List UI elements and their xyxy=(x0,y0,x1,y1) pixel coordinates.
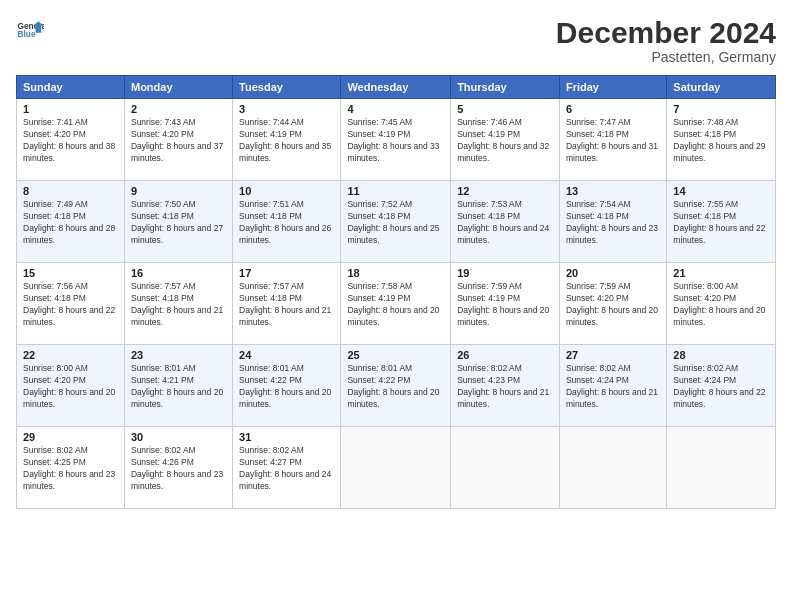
day-number: 26 xyxy=(457,349,553,361)
day-info: Sunrise: 7:59 AM Sunset: 4:20 PM Dayligh… xyxy=(566,281,660,329)
calendar-cell xyxy=(667,427,776,509)
title-block: December 2024 Pastetten, Germany xyxy=(556,16,776,65)
day-info: Sunrise: 7:59 AM Sunset: 4:19 PM Dayligh… xyxy=(457,281,553,329)
day-info: Sunrise: 8:02 AM Sunset: 4:23 PM Dayligh… xyxy=(457,363,553,411)
day-number: 2 xyxy=(131,103,226,115)
day-number: 7 xyxy=(673,103,769,115)
calendar-cell: 11 Sunrise: 7:52 AM Sunset: 4:18 PM Dayl… xyxy=(341,181,451,263)
calendar-cell: 30 Sunrise: 8:02 AM Sunset: 4:26 PM Dayl… xyxy=(124,427,232,509)
day-number: 29 xyxy=(23,431,118,443)
day-info: Sunrise: 7:47 AM Sunset: 4:18 PM Dayligh… xyxy=(566,117,660,165)
header: General Blue December 2024 Pastetten, Ge… xyxy=(16,16,776,65)
day-number: 13 xyxy=(566,185,660,197)
day-info: Sunrise: 8:00 AM Sunset: 4:20 PM Dayligh… xyxy=(673,281,769,329)
calendar-cell: 24 Sunrise: 8:01 AM Sunset: 4:22 PM Dayl… xyxy=(233,345,341,427)
calendar-cell: 7 Sunrise: 7:48 AM Sunset: 4:18 PM Dayli… xyxy=(667,99,776,181)
day-info: Sunrise: 8:01 AM Sunset: 4:22 PM Dayligh… xyxy=(347,363,444,411)
day-info: Sunrise: 7:50 AM Sunset: 4:18 PM Dayligh… xyxy=(131,199,226,247)
day-info: Sunrise: 7:57 AM Sunset: 4:18 PM Dayligh… xyxy=(239,281,334,329)
col-thursday: Thursday xyxy=(451,76,560,99)
day-number: 11 xyxy=(347,185,444,197)
day-number: 15 xyxy=(23,267,118,279)
day-number: 22 xyxy=(23,349,118,361)
calendar-cell xyxy=(451,427,560,509)
calendar-cell: 19 Sunrise: 7:59 AM Sunset: 4:19 PM Dayl… xyxy=(451,263,560,345)
day-info: Sunrise: 7:53 AM Sunset: 4:18 PM Dayligh… xyxy=(457,199,553,247)
location: Pastetten, Germany xyxy=(556,49,776,65)
day-number: 31 xyxy=(239,431,334,443)
calendar-cell: 17 Sunrise: 7:57 AM Sunset: 4:18 PM Dayl… xyxy=(233,263,341,345)
day-info: Sunrise: 7:49 AM Sunset: 4:18 PM Dayligh… xyxy=(23,199,118,247)
calendar-cell: 14 Sunrise: 7:55 AM Sunset: 4:18 PM Dayl… xyxy=(667,181,776,263)
day-info: Sunrise: 8:02 AM Sunset: 4:24 PM Dayligh… xyxy=(566,363,660,411)
day-number: 12 xyxy=(457,185,553,197)
calendar-cell: 28 Sunrise: 8:02 AM Sunset: 4:24 PM Dayl… xyxy=(667,345,776,427)
calendar-cell: 25 Sunrise: 8:01 AM Sunset: 4:22 PM Dayl… xyxy=(341,345,451,427)
calendar-cell: 29 Sunrise: 8:02 AM Sunset: 4:25 PM Dayl… xyxy=(17,427,125,509)
col-tuesday: Tuesday xyxy=(233,76,341,99)
day-info: Sunrise: 8:01 AM Sunset: 4:21 PM Dayligh… xyxy=(131,363,226,411)
calendar-table: Sunday Monday Tuesday Wednesday Thursday… xyxy=(16,75,776,509)
day-number: 9 xyxy=(131,185,226,197)
day-info: Sunrise: 7:51 AM Sunset: 4:18 PM Dayligh… xyxy=(239,199,334,247)
calendar-cell: 9 Sunrise: 7:50 AM Sunset: 4:18 PM Dayli… xyxy=(124,181,232,263)
day-info: Sunrise: 7:56 AM Sunset: 4:18 PM Dayligh… xyxy=(23,281,118,329)
day-info: Sunrise: 7:44 AM Sunset: 4:19 PM Dayligh… xyxy=(239,117,334,165)
day-number: 18 xyxy=(347,267,444,279)
day-number: 1 xyxy=(23,103,118,115)
day-number: 8 xyxy=(23,185,118,197)
calendar-cell: 3 Sunrise: 7:44 AM Sunset: 4:19 PM Dayli… xyxy=(233,99,341,181)
calendar-cell: 20 Sunrise: 7:59 AM Sunset: 4:20 PM Dayl… xyxy=(559,263,666,345)
day-info: Sunrise: 8:02 AM Sunset: 4:24 PM Dayligh… xyxy=(673,363,769,411)
day-number: 25 xyxy=(347,349,444,361)
day-info: Sunrise: 8:02 AM Sunset: 4:26 PM Dayligh… xyxy=(131,445,226,493)
calendar-cell: 27 Sunrise: 8:02 AM Sunset: 4:24 PM Dayl… xyxy=(559,345,666,427)
day-number: 30 xyxy=(131,431,226,443)
day-number: 5 xyxy=(457,103,553,115)
day-info: Sunrise: 7:52 AM Sunset: 4:18 PM Dayligh… xyxy=(347,199,444,247)
day-number: 16 xyxy=(131,267,226,279)
calendar-cell: 22 Sunrise: 8:00 AM Sunset: 4:20 PM Dayl… xyxy=(17,345,125,427)
day-number: 4 xyxy=(347,103,444,115)
day-info: Sunrise: 7:57 AM Sunset: 4:18 PM Dayligh… xyxy=(131,281,226,329)
day-number: 23 xyxy=(131,349,226,361)
calendar-cell: 8 Sunrise: 7:49 AM Sunset: 4:18 PM Dayli… xyxy=(17,181,125,263)
day-info: Sunrise: 7:45 AM Sunset: 4:19 PM Dayligh… xyxy=(347,117,444,165)
day-number: 10 xyxy=(239,185,334,197)
logo-icon: General Blue xyxy=(16,16,44,44)
day-info: Sunrise: 7:43 AM Sunset: 4:20 PM Dayligh… xyxy=(131,117,226,165)
logo: General Blue xyxy=(16,16,44,44)
calendar-cell: 18 Sunrise: 7:58 AM Sunset: 4:19 PM Dayl… xyxy=(341,263,451,345)
day-info: Sunrise: 8:02 AM Sunset: 4:27 PM Dayligh… xyxy=(239,445,334,493)
calendar-cell: 10 Sunrise: 7:51 AM Sunset: 4:18 PM Dayl… xyxy=(233,181,341,263)
day-info: Sunrise: 7:54 AM Sunset: 4:18 PM Dayligh… xyxy=(566,199,660,247)
col-friday: Friday xyxy=(559,76,666,99)
calendar-cell: 6 Sunrise: 7:47 AM Sunset: 4:18 PM Dayli… xyxy=(559,99,666,181)
calendar-cell: 13 Sunrise: 7:54 AM Sunset: 4:18 PM Dayl… xyxy=(559,181,666,263)
col-saturday: Saturday xyxy=(667,76,776,99)
day-info: Sunrise: 8:02 AM Sunset: 4:25 PM Dayligh… xyxy=(23,445,118,493)
calendar-cell: 2 Sunrise: 7:43 AM Sunset: 4:20 PM Dayli… xyxy=(124,99,232,181)
day-info: Sunrise: 8:01 AM Sunset: 4:22 PM Dayligh… xyxy=(239,363,334,411)
day-number: 17 xyxy=(239,267,334,279)
day-info: Sunrise: 7:48 AM Sunset: 4:18 PM Dayligh… xyxy=(673,117,769,165)
day-info: Sunrise: 7:58 AM Sunset: 4:19 PM Dayligh… xyxy=(347,281,444,329)
calendar-cell xyxy=(559,427,666,509)
calendar-cell: 26 Sunrise: 8:02 AM Sunset: 4:23 PM Dayl… xyxy=(451,345,560,427)
day-number: 24 xyxy=(239,349,334,361)
svg-text:Blue: Blue xyxy=(17,29,35,39)
col-sunday: Sunday xyxy=(17,76,125,99)
calendar-cell xyxy=(341,427,451,509)
day-number: 14 xyxy=(673,185,769,197)
day-info: Sunrise: 8:00 AM Sunset: 4:20 PM Dayligh… xyxy=(23,363,118,411)
day-info: Sunrise: 7:46 AM Sunset: 4:19 PM Dayligh… xyxy=(457,117,553,165)
day-number: 19 xyxy=(457,267,553,279)
calendar-cell: 23 Sunrise: 8:01 AM Sunset: 4:21 PM Dayl… xyxy=(124,345,232,427)
col-wednesday: Wednesday xyxy=(341,76,451,99)
day-info: Sunrise: 7:41 AM Sunset: 4:20 PM Dayligh… xyxy=(23,117,118,165)
day-number: 3 xyxy=(239,103,334,115)
calendar-cell: 31 Sunrise: 8:02 AM Sunset: 4:27 PM Dayl… xyxy=(233,427,341,509)
col-monday: Monday xyxy=(124,76,232,99)
calendar-cell: 15 Sunrise: 7:56 AM Sunset: 4:18 PM Dayl… xyxy=(17,263,125,345)
day-number: 6 xyxy=(566,103,660,115)
